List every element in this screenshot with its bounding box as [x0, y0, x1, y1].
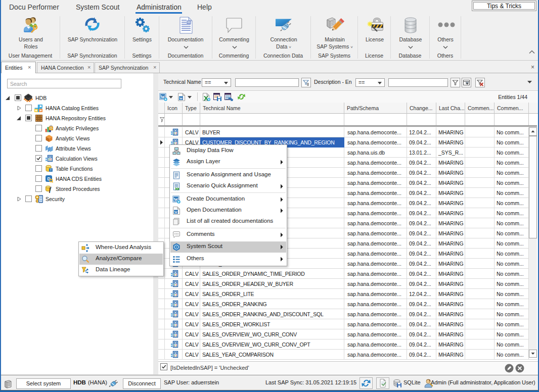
svg-text:W: W: [179, 96, 183, 101]
svg-text:T: T: [50, 168, 52, 172]
svg-text:f: f: [49, 186, 52, 193]
svg-text:W: W: [174, 210, 178, 214]
